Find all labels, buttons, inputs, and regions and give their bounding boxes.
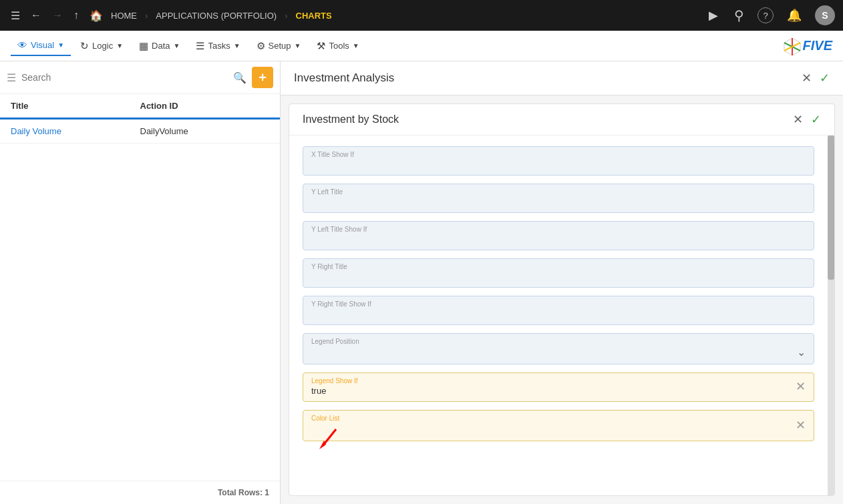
row-title: Daily Volume (11, 126, 140, 136)
color-list-field[interactable]: Color List ✕ (303, 410, 814, 441)
form-scroll-container: X Title Show If Y Left Title Y Left Titl… (289, 136, 834, 495)
breadcrumb-separator-2: › (285, 11, 287, 21)
search-icon[interactable]: ⚲ (731, 5, 747, 26)
legend-position-field[interactable]: Legend Position ⌄ (303, 333, 814, 364)
five-logo-icon (783, 37, 802, 55)
tab-setup[interactable]: ⚙ Setup ▼ (250, 36, 308, 56)
tab-logic[interactable]: ↻ Logic ▼ (73, 36, 130, 56)
y-left-title-show-if-label: Y Left Title Show If (311, 226, 806, 233)
investment-by-stock-confirm-button[interactable]: ✓ (811, 112, 821, 127)
vertical-scrollbar[interactable] (828, 136, 834, 495)
investment-by-stock-header: Investment by Stock ✕ ✓ (289, 104, 834, 136)
bell-icon[interactable]: 🔔 (784, 5, 804, 25)
total-rows: Total Rows: 1 (218, 488, 269, 497)
data-chevron-icon: ▼ (174, 42, 180, 49)
menu-icon[interactable]: ☰ (8, 7, 23, 25)
investment-analysis-close-button[interactable]: ✕ (802, 71, 812, 85)
five-logo: FIVE (783, 37, 832, 55)
tasks-label: Tasks (208, 41, 230, 51)
y-left-title-show-if-input[interactable] (311, 234, 806, 244)
scrollbar-thumb (828, 136, 834, 280)
help-icon[interactable]: ? (757, 7, 774, 23)
up-icon[interactable]: ↑ (71, 7, 81, 24)
table-footer: Total Rows: 1 (0, 481, 280, 504)
add-button[interactable]: + (252, 67, 273, 88)
home-icon: 🏠 (87, 7, 106, 25)
setup-icon: ⚙ (257, 40, 265, 52)
investment-by-stock-panel: Investment by Stock ✕ ✓ X Title Show If … (289, 103, 835, 496)
legend-show-if-field[interactable]: Legend Show If true ✕ (303, 372, 814, 402)
legend-position-label: Legend Position (311, 338, 797, 345)
setup-chevron-icon: ▼ (295, 42, 301, 49)
search-input[interactable] (21, 72, 228, 83)
form-body: X Title Show If Y Left Title Y Left Titl… (289, 136, 828, 495)
x-title-show-if-input[interactable] (311, 160, 806, 170)
legend-position-content: Legend Position (311, 338, 797, 358)
y-right-title-label: Y Right Title (311, 263, 806, 270)
play-icon[interactable]: ▶ (706, 5, 721, 25)
visual-chevron-icon: ▼ (57, 41, 64, 49)
legend-show-if-label: Legend Show If (311, 377, 796, 385)
x-title-show-if-label: X Title Show If (311, 151, 806, 158)
y-left-title-label: Y Left Title (311, 188, 806, 196)
color-list-content: Color List (311, 415, 796, 435)
data-label: Data (152, 41, 170, 51)
y-left-title-input[interactable] (311, 197, 806, 207)
y-right-title-input[interactable] (311, 272, 806, 282)
color-list-clear-button[interactable]: ✕ (796, 418, 806, 433)
y-left-title-show-if-field[interactable]: Y Left Title Show If (303, 221, 814, 250)
y-right-title-show-if-field[interactable]: Y Right Title Show If (303, 296, 814, 325)
y-right-title-field[interactable]: Y Right Title (303, 258, 814, 288)
top-navbar: ☰ ← → ↑ 🏠 HOME › APPLICATIONS (PORTFOLIO… (0, 0, 843, 31)
legend-show-if-clear-button[interactable]: ✕ (796, 379, 806, 394)
tab-data[interactable]: ▦ Data ▼ (132, 36, 186, 56)
tasks-chevron-icon: ▼ (234, 42, 240, 49)
red-arrow-icon (316, 426, 343, 453)
search-submit-icon[interactable]: 🔍 (233, 71, 246, 84)
legend-position-chevron-icon[interactable]: ⌄ (797, 346, 806, 358)
tasks-icon: ☰ (196, 40, 204, 52)
forward-icon[interactable]: → (49, 7, 65, 24)
column-action-header: Action ID (140, 101, 270, 111)
charts-breadcrumb[interactable]: CHARTS (296, 11, 332, 21)
red-arrow-indicator (316, 426, 343, 455)
back-icon[interactable]: ← (28, 7, 44, 24)
avatar[interactable]: S (815, 5, 835, 25)
logic-chevron-icon: ▼ (116, 42, 123, 49)
five-text: FIVE (803, 38, 832, 53)
visual-label: Visual (31, 40, 54, 50)
color-list-value (311, 423, 796, 435)
legend-show-if-value: true (311, 386, 796, 396)
color-list-container: Color List ✕ (303, 410, 814, 441)
y-left-title-field[interactable]: Y Left Title (303, 184, 814, 213)
left-panel: ☰ 🔍 + Title Action ID Daily Volume Daily… (0, 61, 281, 504)
right-panel: Investment Analysis ✕ ✓ Investment by St… (281, 61, 843, 504)
applications-breadcrumb[interactable]: APPLICATIONS (PORTFOLIO) (156, 11, 277, 21)
tab-tools[interactable]: ⚒ Tools ▼ (310, 36, 365, 56)
legend-position-value (311, 346, 797, 358)
investment-analysis-title: Investment Analysis (294, 71, 394, 85)
y-right-title-show-if-label: Y Right Title Show If (311, 300, 806, 308)
row-action-id: DailyVolume (140, 126, 270, 136)
logic-icon: ↻ (80, 40, 89, 52)
table-row[interactable]: Daily Volume DailyVolume (0, 119, 280, 144)
investment-by-stock-actions: ✕ ✓ (793, 112, 821, 127)
visual-icon: 👁 (17, 39, 27, 51)
x-title-show-if-field[interactable]: X Title Show If (303, 146, 814, 176)
data-icon: ▦ (139, 40, 148, 52)
nav-right-actions: ▶ ⚲ ? 🔔 S (706, 5, 835, 26)
tools-icon: ⚒ (317, 40, 325, 52)
filter-icon: ☰ (7, 71, 16, 84)
search-bar: ☰ 🔍 + (0, 61, 280, 94)
investment-analysis-header: Investment Analysis ✕ ✓ (281, 61, 843, 95)
y-right-title-show-if-input[interactable] (311, 309, 806, 319)
tab-tasks[interactable]: ☰ Tasks ▼ (189, 36, 246, 56)
table-header: Title Action ID (0, 94, 280, 119)
breadcrumb-separator-1: › (145, 11, 148, 21)
tools-label: Tools (329, 41, 349, 51)
tab-visual[interactable]: 👁 Visual ▼ (11, 35, 71, 56)
home-breadcrumb[interactable]: HOME (111, 11, 137, 21)
investment-analysis-confirm-button[interactable]: ✓ (820, 71, 830, 85)
investment-by-stock-title: Investment by Stock (303, 113, 399, 125)
investment-by-stock-close-button[interactable]: ✕ (793, 112, 803, 127)
